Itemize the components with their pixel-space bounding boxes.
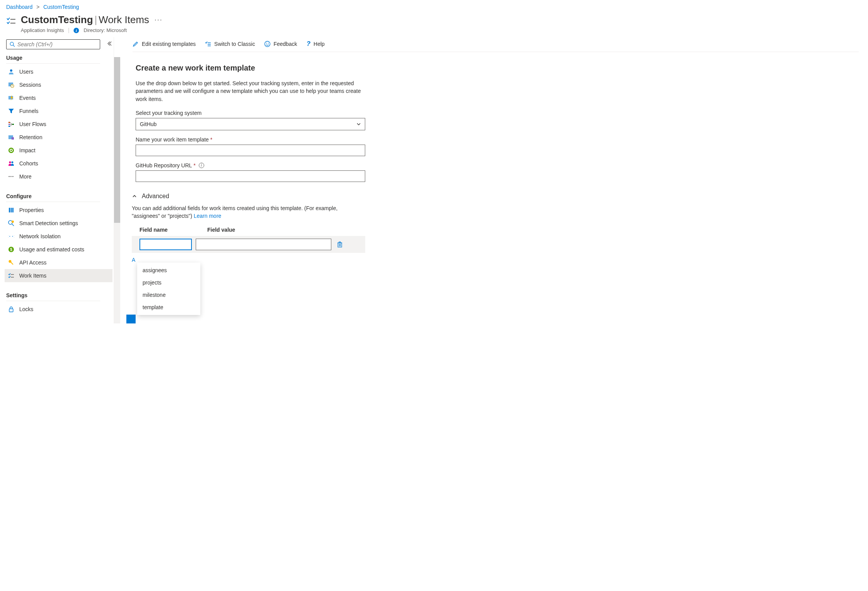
sidebar-item-sessions[interactable]: Sessions <box>5 78 112 91</box>
svg-point-19 <box>9 162 11 163</box>
sidebar-item-label: Smart Detection settings <box>19 220 78 226</box>
scrollbar[interactable] <box>114 57 120 323</box>
sidebar-item-label: Funnels <box>19 108 39 114</box>
sidebar-item-api-access[interactable]: API Access <box>5 256 112 269</box>
scrollbar-thumb[interactable] <box>114 57 120 223</box>
svg-point-18 <box>10 150 12 151</box>
breadcrumb: Dashboard > CustomTesting <box>0 0 868 12</box>
toolbar-label: Edit existing templates <box>142 41 196 47</box>
work-items-icon <box>8 272 15 279</box>
toolbar-label: Feedback <box>274 41 297 47</box>
repo-url-label: GitHub Repository URL * i <box>136 162 365 168</box>
svg-text:$: $ <box>10 248 12 252</box>
svg-rect-46 <box>339 242 341 242</box>
dropdown-option-projects[interactable]: projects <box>137 276 200 289</box>
sidebar-search[interactable] <box>6 39 100 49</box>
sidebar-item-usage-costs[interactable]: $ Usage and estimated costs <box>5 243 112 256</box>
sidebar-item-impact[interactable]: Impact <box>5 144 112 157</box>
sidebar-collapse-button[interactable] <box>107 41 112 46</box>
tracking-system-dropdown[interactable]: GitHub <box>136 118 365 130</box>
help-button[interactable]: ? Help <box>306 40 324 48</box>
sidebar-item-label: Retention <box>19 134 42 140</box>
field-name-dropdown: assignees projects milestone template <box>137 263 200 315</box>
breadcrumb-root[interactable]: Dashboard <box>6 4 33 10</box>
sidebar-item-locks[interactable]: Locks <box>5 303 112 316</box>
question-icon: ? <box>306 40 310 48</box>
template-name-input[interactable] <box>136 145 365 156</box>
user-icon <box>8 68 15 75</box>
svg-rect-15 <box>12 137 14 140</box>
header-more-button[interactable]: ··· <box>154 16 163 24</box>
sidebar-item-more[interactable]: ··· More <box>5 170 112 183</box>
chevron-up-icon <box>132 194 137 199</box>
header-divider <box>69 28 69 33</box>
add-field-link[interactable]: A <box>132 257 135 263</box>
sidebar-item-users[interactable]: Users <box>5 65 112 78</box>
svg-rect-11 <box>8 124 10 125</box>
directory-label: Directory: Microsoft <box>84 27 127 33</box>
sidebar-item-label: Locks <box>19 306 34 312</box>
dropdown-value: GitHub <box>140 121 157 127</box>
svg-point-20 <box>12 162 13 163</box>
advanced-toggle[interactable]: Advanced <box>132 193 365 200</box>
sidebar-item-smart-detection[interactable]: Smart Detection settings <box>5 217 112 230</box>
network-icon: <··> <box>8 233 15 240</box>
sidebar-item-properties[interactable]: Properties <box>5 204 112 217</box>
tracking-system-label: Select your tracking system <box>136 110 365 116</box>
sidebar-item-funnels[interactable]: Funnels <box>5 104 112 118</box>
dropdown-option-milestone[interactable]: milestone <box>137 289 200 301</box>
cohorts-icon <box>8 160 15 167</box>
flows-icon <box>8 121 15 128</box>
properties-icon <box>8 207 15 214</box>
lightning-icon <box>8 94 15 101</box>
retention-icon <box>8 134 15 141</box>
nav-divider <box>6 301 100 301</box>
primary-action-button[interactable] <box>126 315 136 323</box>
sidebar-item-label: Events <box>19 95 36 101</box>
sidebar-search-input[interactable] <box>17 41 97 47</box>
svg-point-40 <box>268 43 269 44</box>
field-table: Field name Field value A ass <box>132 225 365 263</box>
svg-line-25 <box>12 224 14 226</box>
field-name-input[interactable] <box>139 239 192 250</box>
more-icon: ··· <box>8 173 15 180</box>
info-icon[interactable]: i <box>74 28 79 33</box>
column-header-field-name: Field name <box>139 227 207 233</box>
svg-rect-31 <box>11 262 13 265</box>
sidebar-item-cohorts[interactable]: Cohorts <box>5 157 112 170</box>
svg-rect-10 <box>8 122 10 123</box>
sidebar-item-user-flows[interactable]: User Flows <box>5 118 112 131</box>
resource-type-label: Application Insights <box>21 27 64 33</box>
feedback-button[interactable]: Feedback <box>264 41 297 47</box>
sidebar-item-retention[interactable]: Retention <box>5 131 112 144</box>
funnel-icon <box>8 108 15 114</box>
breadcrumb-current[interactable]: CustomTesting <box>43 4 79 10</box>
svg-point-4 <box>10 42 13 45</box>
field-value-input[interactable] <box>196 239 331 250</box>
sidebar-item-label: Sessions <box>19 82 41 88</box>
dropdown-option-template[interactable]: template <box>137 301 200 313</box>
column-header-field-value: Field value <box>207 227 365 233</box>
sidebar-item-work-items[interactable]: Work Items <box>5 269 112 282</box>
switch-classic-button[interactable]: Switch to Classic <box>205 41 255 47</box>
toolbar-label: Switch to Classic <box>214 41 255 47</box>
edit-templates-button[interactable]: Edit existing templates <box>133 41 196 47</box>
delete-row-button[interactable] <box>337 241 343 248</box>
pencil-icon <box>133 41 139 47</box>
info-icon[interactable]: i <box>199 163 204 168</box>
sidebar-item-network-isolation[interactable]: <··> Network Isolation <box>5 230 112 243</box>
chevron-down-icon <box>356 122 361 126</box>
svg-rect-34 <box>9 309 13 312</box>
repo-url-input[interactable] <box>136 170 365 182</box>
learn-more-link[interactable]: Learn more <box>194 213 222 219</box>
sidebar-item-label: Usage and estimated costs <box>19 246 84 253</box>
sidebar-item-events[interactable]: Events <box>5 91 112 104</box>
work-items-icon <box>6 16 16 26</box>
sidebar-item-label: Network Isolation <box>19 233 60 239</box>
list-check-icon <box>205 41 211 47</box>
nav-section-usage: Usage <box>6 53 114 62</box>
page-title: CustomTesting|Work Items <box>21 14 149 26</box>
main-content: Edit existing templates Switch to Classi… <box>114 37 868 323</box>
nav-section-configure: Configure <box>6 192 114 201</box>
dropdown-option-assignees[interactable]: assignees <box>137 264 200 276</box>
